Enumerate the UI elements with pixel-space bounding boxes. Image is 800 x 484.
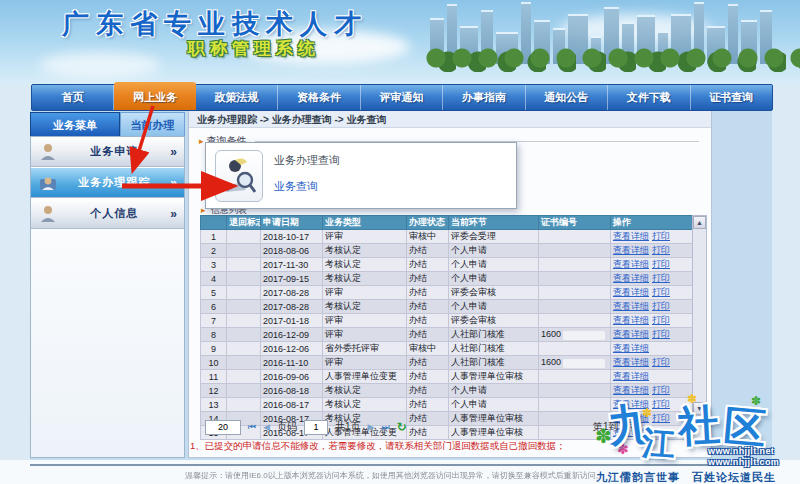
cell-current-stage: 评委会审核	[449, 286, 539, 300]
table-scrollbar[interactable]: ▲ ▼	[692, 215, 707, 416]
cell-operations: 查看详细打印	[611, 230, 693, 244]
nav-tab-4[interactable]: 评审通知	[361, 85, 443, 110]
table-row: 22018-08-06考核认定办结个人申请查看详细打印	[201, 244, 693, 258]
cell-operations: 查看详细打印	[611, 300, 693, 314]
last-page-icon[interactable]: ⏭	[382, 422, 390, 433]
cell-status: 办结	[407, 398, 449, 412]
view-detail-link[interactable]: 查看详细	[613, 259, 649, 269]
page-number-input[interactable]	[304, 420, 328, 435]
print-link[interactable]: 打印	[652, 385, 670, 395]
view-detail-link[interactable]: 查看详细	[613, 245, 649, 255]
chevrons-icon: »	[170, 145, 177, 159]
print-link[interactable]: 打印	[652, 259, 670, 269]
nav-tabs: 首页网上业务政策法规资格条件评审通知办事指南通知公告文件下载证书查询	[31, 84, 773, 111]
cell-return-flag	[227, 258, 261, 272]
first-page-icon[interactable]: ⏮	[248, 422, 256, 433]
pagination-bar: ⏮ ◀ 页码 共1页 ▶ ⏭ ↻	[205, 419, 407, 435]
cell-business-type: 考核认定	[323, 384, 407, 398]
view-detail-link[interactable]: 查看详细	[613, 343, 649, 353]
cell-cert-number	[539, 244, 611, 258]
table-row: 12018-10-17评审审核中评委会受理查看详细打印	[201, 230, 693, 244]
print-link[interactable]: 打印	[652, 357, 670, 367]
print-link[interactable]: 打印	[652, 273, 670, 283]
nav-tab-7[interactable]: 文件下载	[608, 85, 690, 110]
sidebar-item-business-tracking[interactable]: 业务办理跟踪 »	[31, 168, 184, 198]
cell-current-stage: 人事管理单位审核	[449, 412, 539, 426]
sidebar-tab-current-processing[interactable]: 当前办理	[120, 112, 185, 136]
cell-status: 办结	[407, 244, 449, 258]
nav-tab-0[interactable]: 首页	[32, 85, 114, 110]
sidebar-tab-business-menu[interactable]: 业务菜单	[30, 112, 120, 136]
masked-value	[563, 331, 605, 340]
footer-tip: 温馨提示：请使用IE6.0以上版本浏览器访问本系统，如使用其他浏览器访问出现异常…	[185, 470, 635, 481]
cell-cert-number	[539, 398, 611, 412]
cell-seq: 11	[201, 370, 227, 384]
print-link[interactable]: 打印	[652, 413, 670, 423]
nav-tab-1[interactable]: 网上业务	[114, 82, 195, 110]
popup-icon-box	[215, 150, 263, 202]
scroll-up-icon[interactable]: ▲	[693, 216, 706, 229]
sidebar-item-label: 业务申请	[58, 144, 170, 159]
page: 广东省专业技术人才 职称管理系统 首页网上业务政策法规资格条件评审通知办事指南通…	[0, 0, 800, 484]
nav-tab-3[interactable]: 资格条件	[278, 85, 360, 110]
cell-apply-date: 2017-01-18	[261, 314, 323, 328]
cell-status: 办结	[407, 286, 449, 300]
view-detail-link[interactable]: 查看详细	[613, 385, 649, 395]
print-link[interactable]: 打印	[652, 287, 670, 297]
refresh-icon[interactable]: ↻	[397, 420, 407, 434]
cell-seq: 2	[201, 244, 227, 258]
next-page-icon[interactable]: ▶	[368, 422, 375, 432]
print-link[interactable]: 打印	[652, 329, 670, 339]
view-detail-link[interactable]: 查看详细	[613, 357, 649, 367]
print-link[interactable]: 打印	[652, 315, 670, 325]
view-detail-link[interactable]: 查看详细	[613, 329, 649, 339]
page-size-input[interactable]	[205, 420, 241, 435]
table-row: 32017-11-30考核认定办结个人申请查看详细打印	[201, 258, 693, 272]
sidebar-item-business-application[interactable]: 业务申请 »	[31, 137, 184, 167]
print-link[interactable]: 打印	[652, 301, 670, 311]
cell-apply-date: 2018-10-17	[261, 230, 323, 244]
cell-return-flag	[227, 286, 261, 300]
view-detail-link[interactable]: 查看详细	[613, 399, 649, 409]
view-detail-link[interactable]: 查看详细	[613, 371, 649, 381]
cell-status: 办结	[407, 370, 449, 384]
cell-operations: 查看详细打印	[611, 384, 693, 398]
nav-tab-6[interactable]: 通知公告	[526, 85, 608, 110]
breadcrumb: 业务办理跟踪 -> 业务办理查询 -> 业务查询	[189, 111, 711, 128]
column-header: 业务类型	[323, 216, 407, 230]
cell-operations: 查看详细打印	[611, 286, 693, 300]
cell-seq: 8	[201, 328, 227, 342]
cell-business-type: 考核认定	[323, 244, 407, 258]
cell-current-stage: 人事管理单位审核	[449, 426, 539, 440]
cell-apply-date: 2016-08-17	[261, 398, 323, 412]
prev-page-icon[interactable]: ◀	[263, 422, 270, 432]
nav-tab-2[interactable]: 政策法规	[196, 85, 278, 110]
cell-status: 办结	[407, 356, 449, 370]
print-link[interactable]: 打印	[652, 245, 670, 255]
cell-operations: 查看详细打印	[611, 398, 693, 412]
cell-apply-date: 2018-08-06	[261, 244, 323, 258]
cell-apply-date: 2016-09-06	[261, 370, 323, 384]
table-row: 72017-01-18评审办结评委会审核查看详细打印	[201, 314, 693, 328]
view-detail-link[interactable]: 查看详细	[613, 231, 649, 241]
business-table-wrap: 退回标志申请日期业务类型办理状态当前环节证书编号操作 12018-10-17评审…	[200, 215, 693, 440]
view-detail-link[interactable]: 查看详细	[613, 301, 649, 311]
nav-tab-5[interactable]: 办事指南	[443, 85, 525, 110]
business-query-link[interactable]: 业务查询	[274, 179, 318, 194]
nav-tab-8[interactable]: 证书查询	[691, 85, 772, 110]
sidebar-item-personal-info[interactable]: 个人信息 »	[31, 199, 184, 229]
print-link[interactable]: 打印	[652, 231, 670, 241]
cell-operations: 查看详细打印	[611, 328, 693, 342]
cell-status: 办结	[407, 314, 449, 328]
scroll-down-icon[interactable]: ▼	[693, 402, 706, 415]
view-detail-link[interactable]: 查看详细	[613, 287, 649, 297]
cell-apply-date: 2016-08-18	[261, 384, 323, 398]
cell-seq: 5	[201, 286, 227, 300]
print-link[interactable]: 打印	[652, 399, 670, 409]
cell-business-type: 评审	[323, 356, 407, 370]
cell-apply-date: 2017-08-28	[261, 286, 323, 300]
view-detail-link[interactable]: 查看详细	[613, 273, 649, 283]
view-detail-link[interactable]: 查看详细	[613, 315, 649, 325]
table-row: 102016-11-10评审办结人社部门核准1600查看详细打印	[201, 356, 693, 370]
total-pages-label: 共1页	[335, 420, 361, 434]
